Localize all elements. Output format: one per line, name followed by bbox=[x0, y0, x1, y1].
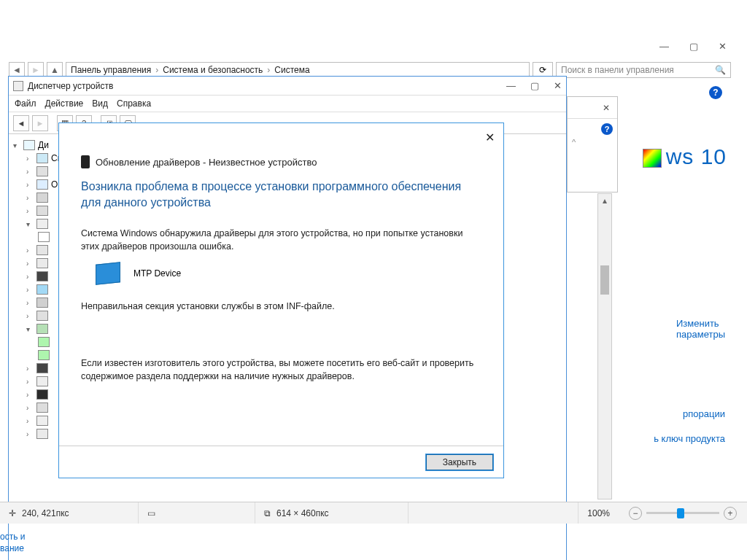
back-icon[interactable]: ◄ bbox=[13, 115, 29, 131]
minimize-button[interactable]: — bbox=[659, 41, 669, 52]
status-bar: ✛ 240, 421пкс ▭ ⧉ 614 × 460пкс 100% − + bbox=[0, 502, 747, 524]
maximize-button[interactable]: ▢ bbox=[689, 41, 698, 52]
menu-help[interactable]: Справка bbox=[117, 98, 151, 109]
crosshair-icon: ✛ bbox=[9, 508, 16, 518]
search-input[interactable]: Поиск в панели управления 🔍 bbox=[556, 62, 731, 78]
dialog-error-text: Неправильная секция установки службы в э… bbox=[59, 284, 503, 313]
maximize-button[interactable]: ▢ bbox=[530, 80, 539, 91]
hid-icon bbox=[36, 429, 48, 439]
selection-icon: ▭ bbox=[147, 508, 155, 518]
windows10-text: ws 10 bbox=[666, 144, 727, 168]
breadcrumb-item[interactable]: Система bbox=[274, 65, 309, 75]
scrollbar-vertical[interactable]: ▴ bbox=[597, 193, 612, 499]
zoom-thumb[interactable] bbox=[677, 508, 684, 518]
system-icon bbox=[36, 416, 48, 426]
dialog-header-title: Обновление драйверов - Неизвестное устро… bbox=[96, 157, 317, 168]
minimize-button[interactable]: — bbox=[506, 80, 516, 91]
dialog-heading: Возникла проблема в процессе установки п… bbox=[59, 179, 503, 211]
disk-icon bbox=[36, 192, 48, 203]
computer-icon bbox=[23, 140, 35, 150]
monitor-icon bbox=[36, 284, 48, 295]
display-icon bbox=[36, 179, 48, 190]
menu-file[interactable]: Файл bbox=[15, 98, 36, 109]
devmgr-titlebar[interactable]: Диспетчер устройств — ▢ ✕ bbox=[9, 77, 566, 96]
cursor-coords: 240, 421пкс bbox=[22, 508, 69, 518]
chevron-down-icon: ▾ bbox=[13, 141, 20, 149]
cpu-icon bbox=[36, 389, 48, 400]
image-dimensions: 614 × 460пкс bbox=[276, 508, 329, 518]
forward-icon[interactable]: ► bbox=[32, 115, 48, 131]
keyboard-icon bbox=[36, 245, 48, 255]
device-name: MTP Device bbox=[133, 268, 181, 279]
print-icon bbox=[36, 311, 48, 321]
mouse-icon bbox=[36, 298, 48, 308]
other-icon bbox=[36, 219, 48, 229]
port-device-icon bbox=[38, 337, 50, 347]
zoom-slider[interactable] bbox=[646, 512, 719, 514]
device-icon bbox=[81, 155, 90, 168]
link-product-key[interactable]: ь ключ продукта bbox=[654, 433, 725, 444]
dimensions-icon: ⧉ bbox=[264, 508, 271, 518]
chevron-right-icon: › bbox=[267, 65, 270, 75]
zoom-value: 100% bbox=[587, 508, 610, 518]
close-button[interactable]: ✕ bbox=[554, 80, 562, 91]
scroll-up-icon[interactable]: ▴ bbox=[598, 194, 611, 207]
help-icon[interactable]: ? bbox=[709, 86, 722, 99]
dialog-hint-text: Если известен изготовитель этого устройс… bbox=[59, 313, 503, 383]
close-button[interactable]: Закрыть bbox=[426, 454, 493, 470]
device-thumbnail-icon bbox=[96, 262, 120, 285]
menu-action[interactable]: Действие bbox=[45, 98, 84, 109]
windows10-logo: ws 10 bbox=[643, 144, 727, 169]
portable-icon bbox=[36, 324, 48, 334]
usb-icon bbox=[36, 206, 48, 216]
breadcrumb-item[interactable]: Система и безопасность bbox=[163, 65, 263, 75]
pc-icon bbox=[36, 258, 48, 268]
cropped-link-text: ость и вание bbox=[0, 531, 25, 554]
storage-icon bbox=[36, 271, 48, 281]
help-icon[interactable]: ? bbox=[601, 123, 613, 135]
unknown-device-icon bbox=[38, 232, 50, 242]
close-icon[interactable]: ✕ bbox=[485, 131, 495, 144]
gamepad-icon bbox=[36, 363, 48, 373]
menu-view[interactable]: Вид bbox=[92, 98, 108, 109]
zoom-out-button[interactable]: − bbox=[629, 507, 642, 520]
tree-root-label: Ди bbox=[38, 140, 49, 150]
scroll-thumb[interactable] bbox=[600, 265, 609, 295]
link-corporation[interactable]: рпорации bbox=[683, 408, 725, 419]
caret-up-icon: ^ bbox=[572, 138, 576, 147]
bluetooth-icon bbox=[36, 153, 48, 163]
dialog-paragraph: Система Windows обнаружила драйверы для … bbox=[59, 211, 503, 253]
zoom-in-button[interactable]: + bbox=[724, 507, 737, 520]
search-placeholder: Поиск в панели управления bbox=[561, 65, 674, 75]
devmgr-menubar: Файл Действие Вид Справка bbox=[9, 96, 566, 112]
close-icon[interactable]: ✕ bbox=[603, 103, 610, 113]
network-icon bbox=[36, 402, 48, 413]
port-device-icon bbox=[38, 350, 50, 360]
chevron-right-icon: › bbox=[155, 65, 158, 75]
personalize-popover: ✕ ? ^ bbox=[567, 96, 618, 192]
dialog-footer: Закрыть bbox=[59, 446, 503, 478]
breadcrumb-item[interactable]: Панель управления bbox=[71, 65, 151, 75]
audio-icon bbox=[36, 166, 48, 176]
search-icon: 🔍 bbox=[715, 65, 726, 75]
devmgr-icon bbox=[13, 81, 23, 91]
link-change-params[interactable]: Изменить параметры bbox=[676, 318, 725, 340]
devmgr-title: Диспетчер устройств bbox=[28, 81, 113, 91]
close-button[interactable]: ✕ bbox=[719, 41, 727, 52]
color-block-icon bbox=[643, 149, 662, 168]
driver-update-dialog: ✕ Обновление драйверов - Неизвестное уст… bbox=[58, 122, 504, 478]
software-icon bbox=[36, 376, 48, 386]
